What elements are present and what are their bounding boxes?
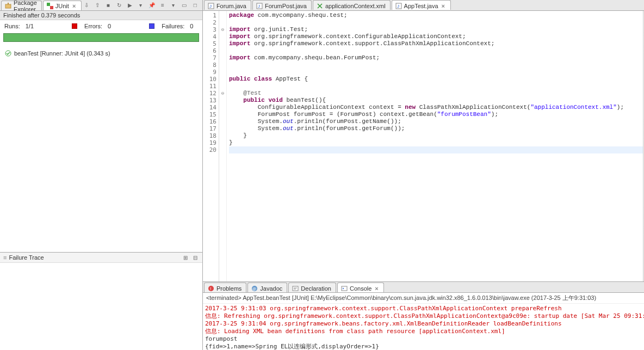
svg-rect-3 <box>50 6 53 9</box>
svg-rect-1 <box>8 3 9 4</box>
junit-test-tree[interactable]: beanTest [Runner: JUnit 4] (0.343 s) <box>0 46 202 252</box>
editor-tab[interactable]: JAppTest.java× <box>392 0 451 10</box>
close-icon[interactable]: × <box>375 285 379 292</box>
history-icon[interactable]: ▾ <box>137 2 145 9</box>
editor-tab[interactable]: applicationContext.xml <box>313 0 391 10</box>
fold-gutter[interactable]: ⊖⊖ <box>219 11 227 281</box>
pin-icon[interactable]: 📌 <box>148 2 156 9</box>
svg-text:J: J <box>397 4 399 9</box>
svg-rect-2 <box>47 3 50 6</box>
finished-label: Finished after 0.379 seconds <box>0 11 202 20</box>
tab-label: Problems <box>216 285 242 292</box>
tab-label: Javadoc <box>260 285 282 292</box>
left-tabbar: Package Explorer JUnit × ⇩ ⇧ ■ ↻ ▶ ▾ 📌 ≡… <box>0 0 202 11</box>
problems-icon: ! <box>208 285 214 292</box>
tab-label: Declaration <box>301 285 331 292</box>
filter-stack-icon[interactable]: ⊞ <box>182 254 189 261</box>
java-file-icon: J <box>395 3 402 9</box>
failure-trace-pane: ≡ Failure Trace ⊞ ⊟ <box>0 252 202 350</box>
tab-label: ForumPost.java <box>265 3 307 9</box>
editor-pane: JForum.javaJForumPost.javaapplicationCon… <box>203 0 644 350</box>
code-editor[interactable]: 1234567891011121314151617181920 ⊖⊖ packa… <box>203 11 644 281</box>
failures-label: Failures: <box>162 23 184 29</box>
svg-text:!: ! <box>210 286 211 291</box>
svg-rect-0 <box>5 4 11 8</box>
editor-tab[interactable]: JForumPost.java <box>252 0 312 10</box>
bottom-tab-declaration[interactable]: Declaration <box>288 283 336 292</box>
java-file-icon: J <box>208 3 214 9</box>
prev-failure-icon[interactable]: ⇩ <box>83 2 90 9</box>
view-menu-icon[interactable]: ▾ <box>170 2 177 9</box>
console-header: <terminated> AppTest.beanTest [JUnit] E:… <box>203 293 644 304</box>
maximize-icon[interactable]: □ <box>191 2 199 9</box>
console-icon <box>341 285 348 292</box>
junit-progress-bar <box>3 33 199 42</box>
next-failure-icon[interactable]: ⇧ <box>94 2 101 9</box>
stop-icon[interactable]: ■ <box>104 2 112 9</box>
test-pass-icon <box>4 50 12 57</box>
junit-icon <box>47 3 53 9</box>
bottom-tab-console[interactable]: Console× <box>337 283 384 292</box>
svg-text:J: J <box>258 4 260 9</box>
relaunch-icon[interactable]: ↻ <box>115 2 123 9</box>
tab-label: applicationContext.xml <box>325 3 386 9</box>
bottom-tabbar: !Problems@JavadocDeclarationConsole× <box>203 282 644 293</box>
compare-icon[interactable]: ⊟ <box>191 254 199 261</box>
editor-tab[interactable]: JForum.java <box>204 0 251 10</box>
runs-label: Runs: <box>4 23 20 29</box>
line-number-gutter: 1234567891011121314151617181920 <box>203 11 219 281</box>
console-output[interactable]: 2017-3-25 9:31:03 org.springframework.co… <box>203 304 644 350</box>
failure-trace-content <box>0 263 202 350</box>
failure-box-icon <box>149 23 154 29</box>
junit-toolbar: ⇩ ⇧ ■ ↻ ▶ ▾ 📌 ≡ ▾ ▭ □ <box>83 2 201 9</box>
svg-text:J: J <box>209 4 212 9</box>
svg-text:@: @ <box>252 287 256 291</box>
svg-rect-15 <box>293 286 298 291</box>
bottom-pane: !Problems@JavadocDeclarationConsole× <te… <box>203 281 644 350</box>
junit-view: Package Explorer JUnit × ⇩ ⇧ ■ ↻ ▶ ▾ 📌 ≡… <box>0 0 203 350</box>
declaration-icon <box>292 285 299 292</box>
error-box-icon <box>72 23 77 29</box>
close-icon[interactable]: × <box>442 3 446 9</box>
package-explorer-icon <box>5 3 11 9</box>
rerun-failed-icon[interactable]: ▶ <box>126 2 134 9</box>
tab-label: JUnit <box>55 3 69 9</box>
tab-junit[interactable]: JUnit × <box>43 1 82 10</box>
bottom-tab-javadoc[interactable]: @Javadoc <box>247 283 287 292</box>
close-icon[interactable]: × <box>72 3 77 9</box>
tab-label: Console <box>350 285 371 292</box>
errors-label: Errors: <box>84 23 102 29</box>
tab-label: AppTest.java <box>404 3 438 9</box>
editor-tabbar: JForum.javaJForumPost.javaapplicationCon… <box>203 0 644 11</box>
test-item[interactable]: beanTest [Runner: JUnit 4] (0.343 s) <box>4 50 198 57</box>
xml-file-icon <box>317 3 323 9</box>
test-item-label: beanTest [Runner: JUnit 4] (0.343 s) <box>14 50 110 57</box>
javadoc-icon: @ <box>251 285 258 292</box>
junit-summary: Runs: 1/1 Errors: 0 Failures: 0 <box>0 20 202 32</box>
bottom-tab-problems[interactable]: !Problems <box>204 283 246 292</box>
minimize-icon[interactable]: ▭ <box>181 2 188 9</box>
errors-value: 0 <box>108 23 111 29</box>
hamburger-icon[interactable]: ≡ <box>3 254 7 261</box>
code-area[interactable]: package com.mycompany.shequ.test; import… <box>227 11 643 281</box>
failure-trace-label: Failure Trace <box>9 254 44 261</box>
failures-value: 0 <box>190 23 193 29</box>
runs-value: 1/1 <box>26 23 34 29</box>
tab-package-explorer[interactable]: Package Explorer <box>1 1 42 10</box>
tab-label: Forum.java <box>216 3 246 9</box>
java-file-icon: J <box>256 3 263 9</box>
scroll-lock-icon[interactable]: ≡ <box>159 2 166 9</box>
